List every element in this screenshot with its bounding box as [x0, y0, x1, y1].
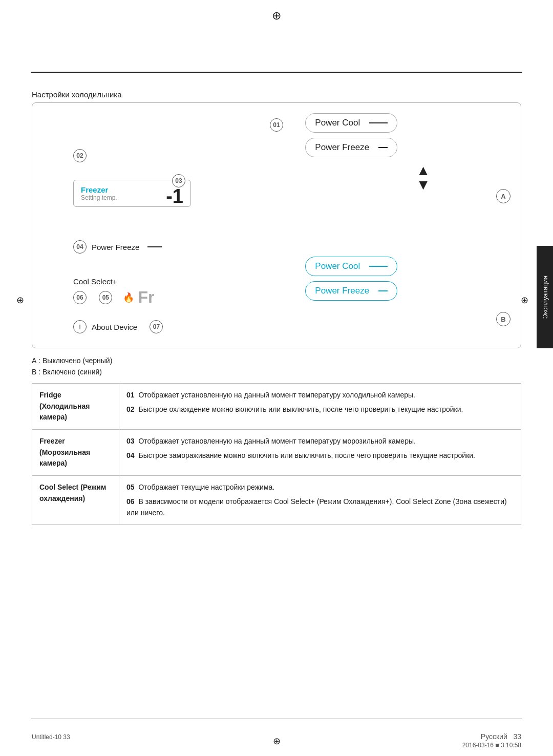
table-row-cool-select: Cool Select (Режим охлаждения) 05 Отобра… [32, 476, 521, 525]
power-freeze-black-label: Power Freeze [315, 142, 369, 153]
fridge-cell-content: 01 Отображает установленную на данный мо… [119, 384, 521, 430]
legend-a: А : Выключено (черный) [32, 356, 112, 365]
right-section-b: Power Cool Power Freeze [305, 257, 511, 306]
diagram-item-02: 02 [73, 149, 87, 162]
cool-select-num-06: 06 [126, 497, 135, 506]
badge-02: 02 [73, 149, 87, 162]
power-cool-blue-row: Power Cool [305, 257, 511, 276]
cool-select-cell-label: Cool Select (Режим охлаждения) [32, 476, 119, 525]
power-freeze-black-row: Power Freeze [305, 138, 511, 157]
badge-04: 04 [73, 240, 87, 254]
left-compass-mark: ⊕ [16, 295, 24, 306]
power-cool-black-btn: Power Cool [305, 113, 397, 133]
side-tab-label: Эксплуатация [541, 276, 549, 319]
power-cool-blue-dash [369, 266, 388, 267]
power-freeze-blue-label: Power Freeze [315, 286, 369, 296]
cool-select-text-05: Отображает текущие настройки режима. [138, 483, 274, 491]
footer-compass: ⊕ [273, 736, 281, 747]
freezer-item-03: 03 Отображает установленную на данный мо… [126, 436, 514, 447]
freezer-item-04: 04 Быстрое замораживание можно включить … [126, 450, 514, 461]
fridge-text-01: Отображает установленную на данный момен… [138, 391, 415, 399]
footer-left: Untitled-10 33 [32, 733, 70, 741]
diagram-inner: 01 02 03 Freezer Setting temp. -1 04 Pow… [32, 103, 521, 348]
diagram-item-01: 01 [270, 118, 283, 132]
power-freeze-blue-btn: Power Freeze [305, 281, 397, 301]
freezer-num-04: 04 [126, 451, 135, 459]
freezer-num-03: 03 [126, 437, 135, 445]
fridge-num-01: 01 [126, 391, 135, 399]
badge-a: A [496, 189, 511, 203]
fridge-cell-label: Fridge (Холодильная камера) [32, 384, 119, 430]
fire-icon: 🔥 [123, 292, 134, 303]
diagram-item-04: 04 Power Freeze [73, 240, 162, 254]
power-freeze-black-dash [378, 147, 388, 148]
legend-b: B : Включено (синий) [32, 368, 102, 376]
diagram-item-07: i About Device 07 [73, 320, 163, 333]
fr-label: Fr [138, 288, 155, 307]
badge-05: 05 [99, 291, 112, 304]
power-freeze-blue-dash [378, 290, 388, 291]
power-cool-black-dash [369, 122, 388, 123]
diagram-box: 01 02 03 Freezer Setting temp. -1 04 Pow… [32, 102, 521, 348]
power-freeze-black-btn: Power Freeze [305, 138, 397, 157]
bottom-rule [31, 719, 522, 720]
power-cool-blue-btn: Power Cool [305, 257, 397, 276]
cool-select-cell-content: 05 Отображает текущие настройки режима. … [119, 476, 521, 525]
cool-select-num-05: 05 [126, 483, 135, 491]
arrow-down: ▼ [416, 178, 431, 192]
freezer-text-03: Отображает установленную на данный момен… [138, 437, 415, 445]
power-cool-black-row: Power Cool [305, 113, 511, 133]
side-tab: Эксплуатация [537, 246, 553, 348]
right-compass-mark: ⊕ [521, 295, 528, 306]
freezer-area: 03 Freezer Setting temp. -1 [73, 180, 191, 207]
table-row-freezer: Freezer (Морозильная камера) 03 Отобража… [32, 430, 521, 476]
arrow-up: ▲ [416, 163, 431, 178]
table-row-fridge: Fridge (Холодильная камера) 01 Отображае… [32, 384, 521, 430]
diagram-item-05-06: Cool Select+ 06 05 🔥 Fr [73, 277, 155, 307]
power-cool-blue-label: Power Cool [315, 261, 360, 271]
footer-date: 2016-03-16 ■ 3:10:58 [462, 742, 521, 749]
cool-select-label: Cool Select+ [73, 277, 155, 286]
fridge-num-02: 02 [126, 405, 135, 413]
section-title: Настройки холодильника [32, 90, 122, 99]
fridge-item-01: 01 Отображает установленную на данный мо… [126, 390, 514, 401]
top-compass-mark: ⊕ [272, 9, 281, 23]
footer-page-label: Русский 33 [481, 732, 521, 741]
freezer-cell-label: Freezer (Морозильная камера) [32, 430, 119, 476]
footer-russian-label: Русский [481, 732, 507, 741]
cool-select-text-06: В зависимости от модели отображается Coo… [126, 497, 507, 517]
freezer-temp: -1 [166, 185, 183, 207]
top-rule [31, 72, 522, 73]
badge-b: B [496, 312, 511, 326]
badge-06: 06 [73, 291, 87, 304]
cool-select-item-05: 05 Отображает текущие настройки режима. [126, 482, 514, 493]
footer-page-num: 33 [513, 732, 521, 741]
fridge-text-02: Быстрое охлаждение можно включить или вы… [138, 405, 463, 413]
power-cool-black-label: Power Cool [315, 118, 360, 128]
fridge-item-02: 02 Быстрое охлаждение можно включить или… [126, 404, 514, 415]
freezer-text-04: Быстрое замораживание можно включить или… [138, 451, 475, 459]
diagram-row-05: 06 05 🔥 Fr [73, 288, 155, 307]
main-table: Fridge (Холодильная камера) 01 Отображае… [32, 383, 521, 525]
freezer-cell-content: 03 Отображает установленную на данный мо… [119, 430, 521, 476]
power-freeze-04-label: Power Freeze [92, 243, 139, 251]
right-section-a: Power Cool Power Freeze ▲ ▼ [305, 113, 511, 197]
info-icon: i [73, 320, 87, 333]
dash-04 [147, 246, 162, 248]
badge-07: 07 [150, 320, 163, 333]
badge-b-container: B [496, 312, 511, 326]
badge-01: 01 [270, 118, 283, 132]
badge-a-container: A [496, 189, 511, 203]
cool-select-item-06: 06 В зависимости от модели отображается … [126, 496, 514, 518]
power-freeze-blue-row: Power Freeze [305, 281, 511, 301]
arrow-section: ▲ ▼ [336, 163, 511, 192]
page-container: ⊕ ⊕ ⊕ Эксплуатация Настройки холодильник… [0, 0, 553, 756]
about-device-label: About Device [92, 323, 137, 331]
